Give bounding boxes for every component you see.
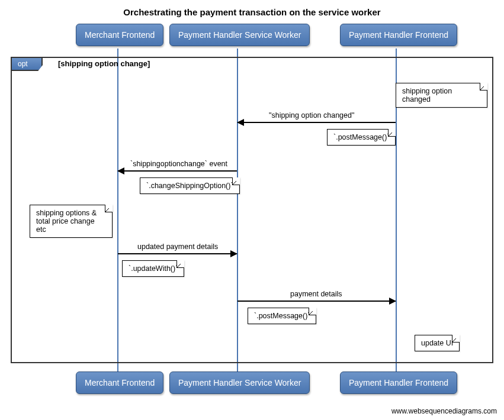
- participant-payment-handler-sw: Payment Handler Service Worker: [169, 24, 310, 46]
- note-text-line2: total price change etc: [36, 217, 95, 234]
- note-text: `.changeShippingOption()`: [146, 182, 233, 190]
- note-shipping-option-changed: shipping option changed: [396, 83, 487, 108]
- arrow-payment-details: [237, 301, 396, 302]
- fragment-condition: [shipping option change]: [58, 59, 150, 68]
- fragment-type-label: opt: [12, 58, 43, 71]
- note-text: shipping option changed: [402, 87, 452, 104]
- participant-merchant-frontend-bottom: Merchant Frontend: [76, 371, 163, 394]
- arrow-updated-payment-details: [118, 253, 237, 254]
- attribution: www.websequencediagrams.com: [391, 407, 497, 415]
- participant-merchant-frontend: Merchant Frontend: [76, 24, 163, 46]
- note-text: update UI: [421, 339, 453, 347]
- note-changeshippingoption: `.changeShippingOption()`: [140, 177, 240, 194]
- arrow-shippingoptionchange-event: [118, 170, 237, 172]
- participant-payment-handler-frontend: Payment Handler Frontend: [340, 24, 457, 46]
- arrow-shipping-option-changed: [237, 122, 396, 123]
- note-text: `.postMessage()`: [333, 133, 389, 141]
- note-shipping-options-total: shipping options & total price change et…: [30, 205, 113, 238]
- diagram-title: Orchestrating the payment transaction on…: [0, 0, 504, 23]
- note-postmessage-1: `.postMessage()`: [327, 129, 396, 146]
- arrow-label-m1: "shipping option changed": [269, 111, 354, 119]
- note-updatewith: `.updateWith()`: [122, 260, 184, 277]
- arrow-label-m4: payment details: [290, 290, 342, 298]
- arrow-label-m3: updated payment details: [137, 243, 218, 251]
- participant-payment-handler-sw-bottom: Payment Handler Service Worker: [169, 371, 310, 394]
- arrow-label-m2: `shippingoptionchange` event: [130, 160, 227, 168]
- participant-payment-handler-frontend-bottom: Payment Handler Frontend: [340, 371, 457, 394]
- note-update-ui: update UI: [415, 335, 460, 351]
- note-text-line1: shipping options &: [36, 209, 97, 217]
- note-text: `.updateWith()`: [129, 264, 178, 273]
- note-postmessage-2: `.postMessage()`: [248, 308, 316, 324]
- note-text: `.postMessage()`: [254, 312, 310, 320]
